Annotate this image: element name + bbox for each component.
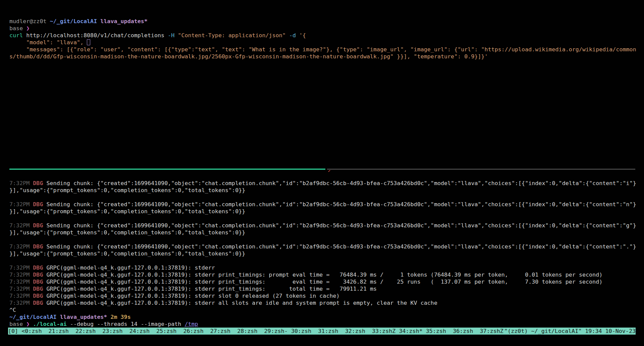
text-segment: 7:32PM [9, 201, 33, 208]
terminal-screen[interactable]: mudler@zz0t ~/_git/LocalAI llava_updates… [9, 18, 644, 328]
text-segment: ~/_git/LocalAI [9, 313, 57, 320]
text-segment: DBG [33, 201, 46, 208]
text-segment: Sending chunk: {"created":1699641090,"ob… [47, 243, 636, 250]
text-segment [286, 32, 289, 39]
divider-white-segment [327, 169, 635, 169]
text-segment: http://localhost:8080/v1/chat/completion… [23, 32, 168, 39]
text-segment: }],"usage":{"prompt_tokens":0,"completio… [9, 250, 245, 257]
text-segment: ^C [9, 306, 16, 313]
text-segment [296, 32, 299, 39]
tmux-window-list[interactable]: [0] <0:zsh 21:zsh 22:zsh 23:zsh 24:zsh 2… [8, 328, 503, 335]
text-segment: GRPC(ggml-model-q4_k.gguf-127.0.0.1:3781… [47, 292, 340, 299]
terminal-line: base ❯ [9, 25, 644, 32]
terminal-line: 7:32PM DBG Sending chunk: {"created":169… [9, 180, 644, 187]
text-segment: DBG [33, 278, 46, 285]
text-segment: -d [289, 32, 296, 39]
terminal-line: 7:32PM DBG GRPC(ggml-model-q4_k.gguf-127… [9, 292, 644, 299]
terminal-line: 7:32PM DBG Sending chunk: {"created":169… [9, 222, 644, 229]
text-segment: "model": "llava", [9, 39, 87, 46]
terminal-line: "model": "llava", [9, 39, 644, 46]
text-segment: DBG [33, 264, 46, 271]
blank-line [9, 109, 644, 116]
terminal-line: }],"usage":{"prompt_tokens":0,"completio… [9, 250, 644, 257]
terminal-cursor [87, 39, 90, 45]
text-segment: llava_updates* [57, 313, 107, 320]
text-segment: DBG [33, 222, 46, 229]
terminal-line: mudler@zz0t ~/_git/LocalAI llava_updates… [9, 18, 644, 25]
terminal-line: ~/_git/LocalAI llava_updates* 2m 39s [9, 313, 644, 321]
text-segment: GRPC(ggml-model-q4_k.gguf-127.0.0.1:3781… [47, 285, 377, 292]
text-segment: DBG [33, 243, 46, 250]
text-segment [174, 32, 178, 39]
text-segment: GRPC(ggml-model-q4_k.gguf-127.0.0.1:3781… [47, 299, 437, 306]
tmux-status-right: "(zz0t) ~/_git/LocalAI" 19:34 10-Nov-23 [504, 328, 636, 335]
text-segment: 7:32PM [9, 264, 33, 271]
terminal-line: }],"usage":{"prompt_tokens":0,"completio… [9, 208, 644, 215]
terminal-line: base ❯ ./local-ai --debug --threads 14 -… [9, 321, 644, 328]
blank-line [9, 152, 644, 159]
text-segment: 7:32PM [9, 285, 33, 292]
text-segment: --debug --threads 14 --image-path [67, 321, 185, 327]
text-segment: '{ [299, 32, 306, 39]
text-segment: Sending chunk: {"created":1699641090,"ob… [47, 180, 636, 186]
text-segment: 7:32PM [9, 278, 33, 285]
terminal-line: s/thumb/d/dd/Gfp-wisconsin-madison-the-n… [9, 53, 644, 60]
text-segment: Sending chunk: {"created":1699641090,"ob… [47, 201, 636, 208]
terminal-line: curl http://localhost:8080/v1/chat/compl… [9, 32, 644, 39]
blank-line [9, 81, 644, 88]
text-segment: }],"usage":{"prompt_tokens":0,"completio… [9, 229, 245, 236]
terminal-line: 7:32PM DBG Sending chunk: {"created":169… [9, 201, 644, 208]
terminal-line: 7:32PM DBG GRPC(ggml-model-q4_k.gguf-127… [9, 271, 644, 278]
text-segment: -H [168, 32, 174, 39]
text-segment: GRPC(ggml-model-q4_k.gguf-127.0.0.1:3781… [47, 278, 603, 285]
text-segment: s/thumb/d/dd/Gfp-wisconsin-madison-the-n… [9, 53, 488, 60]
text-segment: DBG [33, 292, 46, 299]
text-segment: ❯ [26, 25, 30, 32]
terminal-line: }],"usage":{"prompt_tokens":0,"completio… [9, 229, 644, 236]
tmp-path-link[interactable]: /tmp [184, 321, 198, 327]
terminal-line: }],"usage":{"prompt_tokens":0,"completio… [9, 187, 644, 194]
blank-line [9, 102, 644, 109]
terminal-output: mudler@zz0t ~/_git/LocalAI llava_updates… [9, 18, 644, 328]
blank-line [9, 159, 644, 166]
text-segment: ❯ [26, 321, 30, 327]
terminal-line: 7:32PM DBG Sending chunk: {"created":169… [9, 243, 644, 250]
text-segment: 7:32PM [9, 222, 33, 229]
text-segment: DBG [33, 285, 46, 292]
tmux-status-bar[interactable]: [0] <0:zsh 21:zsh 22:zsh 23:zsh 24:zsh 2… [8, 328, 636, 335]
output-divider-line [9, 166, 635, 173]
text-segment: base [9, 25, 26, 32]
divider-teal-segment [9, 169, 325, 170]
text-segment: GRPC(ggml-model-q4_k.gguf-127.0.0.1:3781… [47, 264, 215, 271]
text-segment: }],"usage":{"prompt_tokens":0,"completio… [9, 208, 245, 215]
terminal-line: 7:32PM DBG GRPC(ggml-model-q4_k.gguf-127… [9, 299, 644, 306]
blank-line [9, 137, 644, 145]
text-segment: }],"usage":{"prompt_tokens":0,"completio… [9, 187, 245, 193]
terminal-line: 7:32PM DBG GRPC(ggml-model-q4_k.gguf-127… [9, 285, 644, 292]
blank-line [9, 116, 644, 123]
text-segment: DBG [33, 180, 46, 186]
text-segment: DBG [33, 299, 46, 306]
divider-red-tick [328, 170, 330, 172]
text-segment: curl [9, 32, 23, 39]
text-segment: 7:32PM [9, 299, 33, 306]
text-segment: GRPC(ggml-model-q4_k.gguf-127.0.0.1:3781… [47, 271, 603, 278]
terminal-line: ^C [9, 306, 644, 313]
blank-line [9, 194, 644, 201]
blank-line [9, 60, 644, 67]
blank-line [9, 67, 644, 74]
terminal-line: 7:32PM DBG GRPC(ggml-model-q4_k.gguf-127… [9, 278, 644, 285]
blank-line [9, 173, 644, 180]
text-segment: 7:32PM [9, 243, 33, 250]
text-segment: 7:32PM [9, 271, 33, 278]
text-segment: llava_updates* [97, 18, 148, 24]
text-segment [107, 313, 110, 320]
blank-line [9, 74, 644, 81]
text-segment: ./local-ai [33, 321, 66, 327]
blank-line [9, 88, 644, 95]
text-segment: mudler@zz0t [9, 18, 50, 24]
blank-line [9, 257, 644, 264]
text-segment: DBG [33, 271, 46, 278]
text-segment: ~/_git/LocalAI [50, 18, 97, 24]
blank-line [9, 145, 644, 152]
